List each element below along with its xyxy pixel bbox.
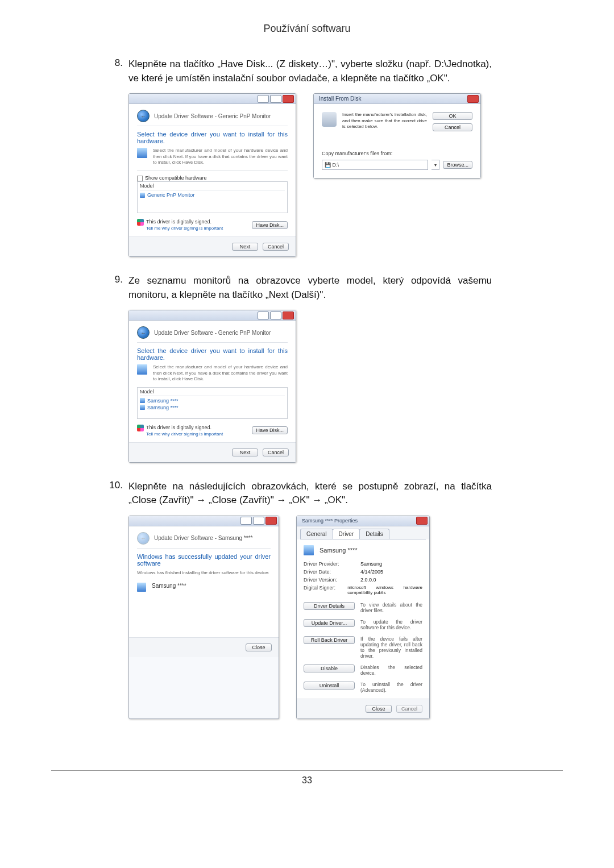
close-icon[interactable] bbox=[283, 312, 294, 319]
rollback-button[interactable]: Roll Back Driver bbox=[304, 636, 355, 644]
path-dropdown[interactable]: ▾ bbox=[432, 160, 439, 170]
section-title: Select the device driver you want to ins… bbox=[137, 347, 288, 361]
uninstall-desc: To uninstall the driver (Advanced). bbox=[360, 682, 422, 693]
done-text: Windows has finished installing the driv… bbox=[137, 570, 271, 576]
model-item[interactable]: Generic PnP Monitor bbox=[140, 192, 285, 198]
back-icon[interactable]: ← bbox=[137, 326, 150, 339]
ifd-title: Install From Disk bbox=[316, 95, 361, 102]
update-driver-desc: To update the driver software for this d… bbox=[360, 619, 422, 630]
disable-button[interactable]: Disable bbox=[304, 665, 355, 672]
cancel-button[interactable]: Cancel bbox=[396, 705, 422, 713]
dialog-device-properties: Samsung **** Properties General Driver D… bbox=[296, 516, 430, 719]
k-provider: Driver Provider: bbox=[304, 561, 360, 567]
have-disk-button[interactable]: Have Disk... bbox=[252, 426, 288, 434]
close-icon[interactable] bbox=[265, 517, 277, 525]
props-title: Samsung **** Properties bbox=[298, 518, 358, 524]
page-title: Používání softwaru bbox=[51, 23, 563, 35]
cancel-button[interactable]: Cancel bbox=[433, 123, 472, 131]
back-icon: ← bbox=[137, 532, 150, 545]
shield-icon bbox=[137, 425, 144, 431]
dialog-install-from-disk: Install From Disk Insert the manufacture… bbox=[313, 93, 481, 178]
dialog-path: Update Driver Software - Generic PnP Mon… bbox=[154, 330, 271, 336]
step-8: 8. Klepněte na tlačítko „Have Disk... (Z… bbox=[108, 57, 492, 85]
step-8-num: 8. bbox=[108, 57, 128, 85]
v-version: 2.0.0.0 bbox=[360, 577, 376, 583]
section-title: Select the device driver you want to ins… bbox=[137, 131, 288, 144]
close-button[interactable]: Close bbox=[366, 705, 392, 713]
rollback-desc: If the device fails after updating the d… bbox=[360, 636, 422, 659]
show-compat-label: Show compatible hardware bbox=[145, 175, 207, 181]
why-signing-link[interactable]: Tell me why driver signing is important bbox=[146, 431, 223, 437]
ok-button[interactable]: OK bbox=[433, 112, 472, 120]
device-name: Samsung **** bbox=[152, 583, 186, 589]
step-10-text: Klepněte na následujících obrazovkách, k… bbox=[128, 480, 492, 508]
k-date: Driver Date: bbox=[304, 569, 360, 575]
maximize-button[interactable] bbox=[253, 517, 264, 525]
tab-general[interactable]: General bbox=[300, 529, 333, 539]
model-header: Model bbox=[140, 183, 285, 190]
disable-desc: Disables the selected device. bbox=[360, 665, 422, 676]
next-button[interactable]: Next bbox=[232, 243, 258, 251]
path-input[interactable]: 💾 D:\ bbox=[322, 160, 428, 170]
have-disk-button[interactable]: Have Disk... bbox=[252, 221, 288, 229]
monitor-icon bbox=[137, 148, 147, 158]
step-8-text: Klepněte na tlačítko „Have Disk... (Z di… bbox=[128, 57, 492, 85]
dialog-select-driver: ← Update Driver Software - Generic PnP M… bbox=[128, 93, 296, 257]
close-button[interactable]: Close bbox=[246, 643, 272, 651]
model-item-2[interactable]: Samsung **** bbox=[140, 404, 285, 411]
dialog-update-success: ← Update Driver Software - Samsung **** … bbox=[128, 516, 279, 719]
maximize-button[interactable] bbox=[270, 312, 281, 319]
step-9-num: 9. bbox=[108, 274, 128, 302]
step-9-text: Ze seznamu monitorů na obrazovce vyberte… bbox=[128, 274, 492, 302]
model-listbox[interactable]: Model Samsung **** Samsung **** bbox=[137, 387, 288, 419]
signed-text: This driver is digitally signed. bbox=[146, 425, 211, 430]
v-provider: Samsung bbox=[360, 561, 382, 567]
disk-icon bbox=[322, 112, 337, 127]
cancel-button[interactable]: Cancel bbox=[263, 243, 289, 251]
k-version: Driver Version: bbox=[304, 577, 360, 583]
monitor-icon bbox=[304, 545, 314, 555]
update-driver-button[interactable]: Update Driver... bbox=[304, 619, 355, 627]
dialog-path: Update Driver Software - Generic PnP Mon… bbox=[154, 113, 271, 119]
close-icon[interactable] bbox=[416, 517, 428, 525]
help-text: Select the manufacturer and model of you… bbox=[153, 148, 288, 165]
minimize-button[interactable] bbox=[258, 312, 269, 319]
next-button[interactable]: Next bbox=[232, 448, 258, 456]
minimize-button[interactable] bbox=[258, 95, 269, 103]
device-name: Samsung **** bbox=[320, 547, 358, 554]
tab-driver[interactable]: Driver bbox=[333, 529, 360, 539]
show-compat-checkbox[interactable] bbox=[137, 176, 143, 181]
step-9: 9. Ze seznamu monitorů na obrazovce vybe… bbox=[108, 274, 492, 302]
k-signer: Digital Signer: bbox=[304, 585, 347, 595]
ifd-msg: Insert the manufacturer's installation d… bbox=[342, 112, 427, 130]
driver-details-desc: To view details about the driver files. bbox=[360, 602, 422, 613]
step-10-num: 10. bbox=[108, 480, 128, 508]
model-item-1[interactable]: Samsung **** bbox=[140, 397, 285, 404]
monitor-icon bbox=[137, 364, 147, 375]
monitor-icon bbox=[137, 583, 146, 592]
why-signing-link[interactable]: Tell me why driver signing is important bbox=[146, 226, 223, 231]
dialog-select-model: ← Update Driver Software - Generic PnP M… bbox=[128, 310, 296, 462]
close-icon[interactable] bbox=[467, 95, 479, 103]
tab-details[interactable]: Details bbox=[359, 529, 389, 539]
v-signer: microsoft windows hardware compatibility… bbox=[347, 585, 422, 595]
model-header: Model bbox=[140, 389, 285, 396]
copy-from-label: Copy manufacturer's files from: bbox=[322, 151, 472, 156]
browse-button[interactable]: Browse... bbox=[443, 161, 472, 169]
uninstall-button[interactable]: Uninstall bbox=[304, 682, 355, 690]
model-listbox[interactable]: Model Generic PnP Monitor bbox=[137, 181, 288, 213]
driver-details-button[interactable]: Driver Details bbox=[304, 602, 355, 610]
section-title: Windows has successfully updated your dr… bbox=[137, 553, 271, 567]
shield-icon bbox=[137, 219, 144, 226]
signed-text: This driver is digitally signed. bbox=[146, 219, 211, 225]
v-date: 4/14/2005 bbox=[360, 569, 383, 575]
maximize-button[interactable] bbox=[270, 95, 281, 103]
dialog-path: Update Driver Software - Samsung **** bbox=[154, 535, 252, 541]
page-number: 33 bbox=[51, 770, 563, 786]
cancel-button[interactable]: Cancel bbox=[263, 448, 289, 456]
step-10: 10. Klepněte na následujících obrazovkác… bbox=[108, 480, 492, 508]
help-text: Select the manufacturer and model of you… bbox=[153, 364, 288, 382]
minimize-button[interactable] bbox=[240, 517, 252, 525]
close-icon[interactable] bbox=[283, 95, 294, 103]
back-icon[interactable]: ← bbox=[137, 110, 150, 122]
